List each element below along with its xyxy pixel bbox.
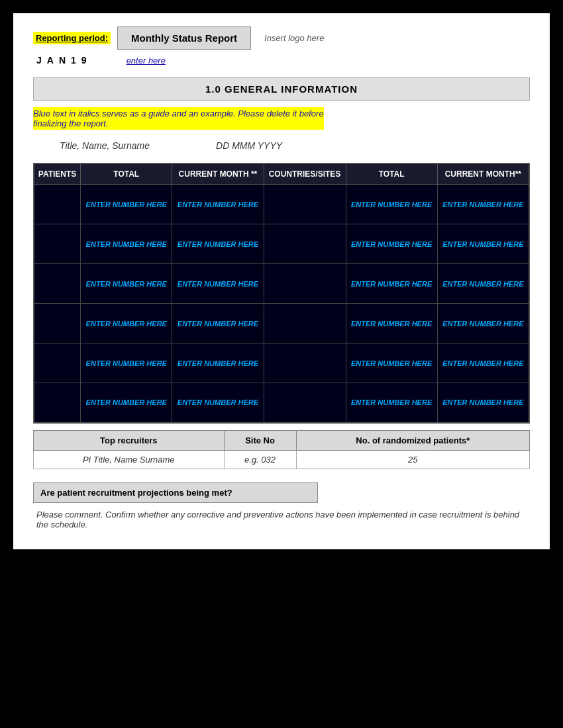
- table-cell[interactable]: ENTER NUMBER HERE: [437, 224, 529, 264]
- table-cell[interactable]: ENTER NUMBER HERE: [81, 304, 172, 343]
- monthly-status-box: Monthly Status Report: [117, 26, 251, 50]
- col-patients: PATIENTS: [34, 163, 81, 185]
- date-char-j: J: [36, 55, 42, 66]
- table-cell[interactable]: ENTER NUMBER HERE: [81, 383, 172, 423]
- table-cell[interactable]: ENTER NUMBER HERE: [172, 224, 264, 264]
- table-cell[interactable]: ENTER NUMBER HERE: [437, 383, 529, 423]
- patients-table: PATIENTS TOTAL CURRENT MONTH ** COUNTRIE…: [33, 163, 530, 424]
- date-char-a: A: [47, 55, 54, 66]
- header-row: Reporting period: Monthly Status Report …: [33, 26, 530, 50]
- table-cell[interactable]: [264, 264, 346, 304]
- date-char-9: 9: [81, 55, 87, 66]
- table-cell[interactable]: ENTER NUMBER HERE: [346, 383, 437, 423]
- date-placeholder: DD MMM YYYY: [216, 140, 282, 151]
- date-row: J A N 1 9 enter here: [36, 55, 530, 66]
- guide-text-wrapper: Blue text in italics serves as a guide a…: [33, 107, 530, 140]
- recruiters-col-1: Top recruiters: [34, 430, 225, 450]
- table-cell[interactable]: [264, 304, 346, 343]
- table-cell[interactable]: ENTER NUMBER HERE: [172, 343, 264, 383]
- recruitment-comment: Please comment. Confirm whether any corr…: [33, 510, 530, 529]
- title-name-row: Title, Name, Surname DD MMM YYYY: [33, 140, 530, 151]
- col-total: TOTAL: [81, 163, 172, 185]
- date-chars: J A N 1 9: [36, 55, 87, 66]
- table-cell[interactable]: [264, 383, 346, 423]
- table-cell[interactable]: ENTER NUMBER HERE: [437, 185, 529, 224]
- table-cell[interactable]: ENTER NUMBER HERE: [437, 304, 529, 343]
- table-cell[interactable]: ENTER NUMBER HERE: [172, 304, 264, 343]
- table-cell[interactable]: ENTER NUMBER HERE: [346, 185, 437, 224]
- page: Reporting period: Monthly Status Report …: [13, 13, 550, 549]
- table-cell[interactable]: ENTER NUMBER HERE: [346, 224, 437, 264]
- col-countries-sites: COUNTRIES/SITES: [264, 163, 346, 185]
- table-cell[interactable]: [34, 224, 81, 264]
- section-1-title: 1.0 GENERAL INFORMATION: [33, 77, 530, 101]
- site-no: e.g. 032: [224, 450, 296, 469]
- table-cell[interactable]: [264, 224, 346, 264]
- table-cell[interactable]: ENTER NUMBER HERE: [172, 264, 264, 304]
- recruiter-row-1: PI Title, Name Surname e.g. 032 25: [34, 450, 530, 469]
- pi-title-name: PI Title, Name Surname: [34, 450, 225, 469]
- title-name-surname: Title, Name, Surname: [60, 140, 150, 151]
- table-cell[interactable]: [34, 264, 81, 304]
- recruitment-question: Are patient recruitment projections bein…: [33, 482, 318, 503]
- table-cell[interactable]: [34, 304, 81, 343]
- table-cell[interactable]: ENTER NUMBER HERE: [81, 343, 172, 383]
- table-cell[interactable]: ENTER NUMBER HERE: [346, 343, 437, 383]
- table-cell[interactable]: ENTER NUMBER HERE: [81, 264, 172, 304]
- guide-text: Blue text in italics serves as a guide a…: [33, 107, 324, 130]
- table-cell[interactable]: ENTER NUMBER HERE: [346, 264, 437, 304]
- col-current-month: CURRENT MONTH **: [172, 163, 264, 185]
- enter-here-link[interactable]: enter here: [127, 56, 166, 66]
- table-cell[interactable]: ENTER NUMBER HERE: [81, 224, 172, 264]
- table-cell[interactable]: ENTER NUMBER HERE: [172, 383, 264, 423]
- date-char-1: 1: [71, 55, 76, 66]
- recruiters-col-2: Site No: [224, 430, 296, 450]
- table-cell[interactable]: ENTER NUMBER HERE: [172, 185, 264, 224]
- table-cell[interactable]: [264, 185, 346, 224]
- date-char-n: N: [59, 55, 66, 66]
- table-cell[interactable]: ENTER NUMBER HERE: [81, 185, 172, 224]
- insert-logo-text: Insert logo here: [264, 33, 324, 43]
- recruiters-table: Top recruiters Site No No. of randomized…: [33, 430, 530, 469]
- col-total2: TOTAL: [346, 163, 437, 185]
- col-current-month2: CURRENT MONTH**: [437, 163, 529, 185]
- table-cell[interactable]: ENTER NUMBER HERE: [346, 304, 437, 343]
- table-cell[interactable]: [34, 185, 81, 224]
- table-cell[interactable]: [34, 383, 81, 423]
- table-cell[interactable]: [264, 343, 346, 383]
- recruiters-col-3: No. of randomized patients*: [296, 430, 529, 450]
- reporting-period-label: Reporting period:: [33, 32, 111, 44]
- table-cell[interactable]: ENTER NUMBER HERE: [437, 264, 529, 304]
- table-cell[interactable]: ENTER NUMBER HERE: [437, 343, 529, 383]
- patients-count: 25: [296, 450, 529, 469]
- table-cell[interactable]: [34, 343, 81, 383]
